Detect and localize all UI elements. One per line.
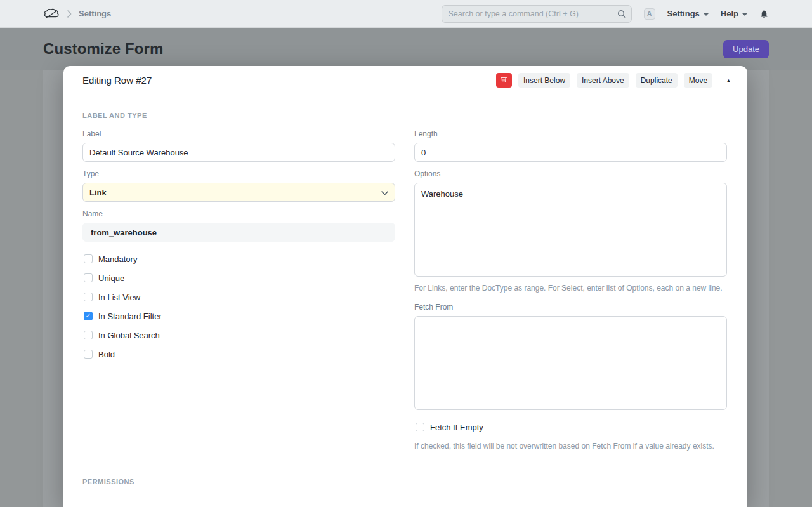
type-select[interactable]: Link — [82, 183, 395, 202]
update-button[interactable]: Update — [723, 40, 769, 58]
edit-row-dialog: Editing Row #27 Insert Below Insert Abov… — [63, 66, 747, 507]
search-icon — [617, 10, 626, 21]
left-column: Label Type Link Name — [82, 129, 395, 452]
label-input[interactable] — [82, 143, 395, 162]
checkbox-in-standard-filter[interactable]: In Standard Filter — [82, 306, 395, 326]
page-title: Customize Form — [43, 40, 163, 58]
dialog-title: Editing Row #27 — [82, 75, 152, 86]
checkbox-label: Mandatory — [98, 254, 137, 264]
help-dropdown-label: Help — [721, 9, 738, 18]
checkbox-box[interactable] — [416, 423, 424, 431]
avatar[interactable]: A — [644, 8, 655, 20]
checkbox-in-global-search[interactable]: In Global Search — [82, 326, 395, 345]
search-input[interactable] — [442, 5, 632, 23]
checkbox-bold[interactable]: Bold — [82, 345, 395, 364]
flags-group: Mandatory Unique In List View In St — [82, 249, 395, 364]
checkbox-label: In Global Search — [98, 331, 160, 340]
type-select-value: Link — [89, 188, 107, 197]
type-field-label: Type — [82, 169, 395, 178]
collapse-chevron-up-icon[interactable]: ▲ — [723, 75, 734, 86]
checkbox-box[interactable] — [84, 350, 93, 359]
section-permissions: PERMISSIONS — [82, 478, 727, 485]
length-input[interactable] — [414, 143, 727, 162]
section-divider — [63, 461, 747, 461]
checkbox-fetch-if-empty[interactable]: Fetch If Empty — [414, 418, 727, 437]
delete-row-button[interactable] — [496, 73, 512, 88]
trash-icon — [500, 76, 508, 86]
chevron-down-icon — [704, 13, 709, 16]
options-help-text: For Links, enter the DocType as range. F… — [414, 283, 727, 294]
checkbox-label: Bold — [98, 350, 115, 359]
options-textarea[interactable] — [414, 183, 727, 277]
app-logo-icon[interactable] — [43, 8, 60, 20]
options-field-label: Options — [414, 169, 727, 178]
chevron-down-icon — [381, 188, 388, 197]
checkbox-label: In Standard Filter — [98, 312, 162, 321]
global-search — [442, 5, 632, 23]
settings-dropdown[interactable]: Settings — [667, 9, 709, 18]
app-root: Settings A Settings Help — [0, 0, 812, 507]
dialog-toolbar: Insert Below Insert Above Duplicate Move… — [496, 73, 734, 88]
breadcrumb-settings[interactable]: Settings — [79, 9, 111, 18]
insert-above-button[interactable]: Insert Above — [577, 73, 629, 88]
checkbox-box[interactable] — [84, 293, 93, 301]
fetch-if-empty-help-text: If checked, this field will be not overw… — [414, 441, 727, 452]
settings-dropdown-label: Settings — [667, 9, 700, 18]
notifications-bell-icon[interactable] — [759, 9, 769, 19]
length-field-label: Length — [414, 129, 727, 138]
checkbox-box[interactable] — [84, 254, 93, 263]
dialog-body: LABEL AND TYPE Label Type Link — [63, 112, 747, 485]
fetch-from-field-label: Fetch From — [414, 303, 727, 312]
insert-below-button[interactable]: Insert Below — [518, 73, 570, 88]
page-head: Customize Form Update — [0, 28, 812, 70]
name-input — [82, 223, 395, 242]
checkbox-in-list-view[interactable]: In List View — [82, 287, 395, 306]
checkbox-box[interactable] — [84, 331, 93, 339]
move-button[interactable]: Move — [684, 73, 712, 88]
duplicate-button[interactable]: Duplicate — [636, 73, 678, 88]
label-field-label: Label — [82, 129, 395, 138]
name-field-label: Name — [82, 209, 395, 218]
dialog-header: Editing Row #27 Insert Below Insert Abov… — [63, 66, 747, 95]
navbar: Settings A Settings Help — [0, 0, 812, 28]
checkbox-label: Fetch If Empty — [430, 423, 483, 432]
section-label-and-type: LABEL AND TYPE — [82, 112, 727, 119]
checkbox-box[interactable] — [84, 273, 93, 282]
checkbox-unique[interactable]: Unique — [82, 268, 395, 287]
checkbox-mandatory[interactable]: Mandatory — [82, 249, 395, 268]
chevron-down-icon — [742, 13, 747, 16]
fetch-from-textarea[interactable] — [414, 316, 727, 410]
checkbox-label: Unique — [98, 273, 124, 283]
checkbox-label: In List View — [98, 293, 140, 302]
help-dropdown[interactable]: Help — [721, 9, 747, 18]
breadcrumb-chevron-icon — [67, 10, 72, 18]
right-column: Length Options For Links, enter the DocT… — [414, 129, 727, 452]
checkbox-box[interactable] — [84, 312, 93, 320]
